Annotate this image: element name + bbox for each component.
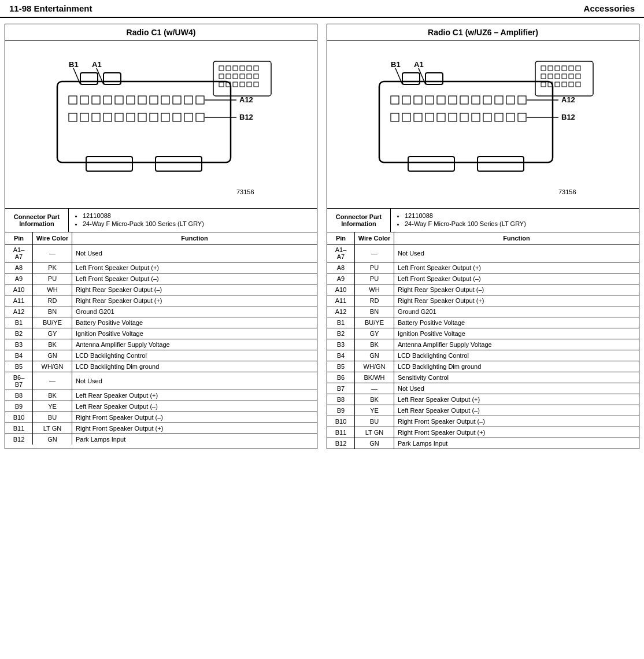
right-section-title: Radio C1 (w/UZ6 – Amplifier) — [327, 24, 639, 41]
svg-rect-61 — [379, 82, 553, 162]
svg-rect-41 — [240, 66, 245, 71]
page-header: 11-98 Entertainment Accessories — [0, 0, 644, 18]
left-table-row: B11 LT GN Right Front Speaker Output (+) — [5, 423, 317, 434]
main-content: Radio C1 (w/UW4) B1 A1 — [0, 18, 644, 455]
right-diagram-area: B1 A1 — [327, 41, 639, 209]
right-cell-wire: — — [355, 245, 394, 262]
right-cell-wire: RD — [355, 295, 394, 306]
left-connector-label: Connector Part Information — [5, 209, 69, 232]
left-table-body: A1– A7 — Not Used A8 PK Left Front Speak… — [5, 245, 317, 445]
svg-rect-64 — [408, 157, 454, 171]
svg-rect-40 — [233, 66, 238, 71]
right-cell-func: LCD Backlighting Control — [394, 350, 639, 361]
svg-rect-13 — [115, 96, 123, 104]
header-left: 11-98 Entertainment — [9, 3, 92, 13]
right-cell-wire: BK — [355, 394, 394, 405]
svg-rect-107 — [541, 82, 546, 87]
left-connector-details: 12110088 24-Way F Micro-Pack 100 Series … — [69, 209, 317, 232]
right-cell-wire: GN — [355, 438, 394, 449]
svg-rect-30 — [173, 113, 181, 121]
right-cell-pin: A11 — [327, 295, 355, 306]
right-table-header: Pin Wire Color Function — [327, 232, 639, 245]
left-cell-pin: B12 — [5, 434, 33, 445]
svg-rect-75 — [495, 96, 503, 104]
svg-rect-76 — [506, 96, 515, 104]
right-cell-func: Left Rear Speaker Output (+) — [394, 394, 639, 405]
svg-rect-100 — [576, 66, 580, 71]
left-table-row: B6– B7 — Not Used — [5, 372, 317, 390]
right-cell-wire: WH/GN — [355, 361, 394, 372]
right-cell-wire: PU — [355, 273, 394, 284]
svg-rect-19 — [184, 96, 193, 104]
left-cell-wire: RD — [33, 295, 72, 306]
svg-rect-9 — [69, 96, 77, 104]
right-cell-pin: B2 — [327, 328, 355, 339]
left-cell-func: LCD Backlighting Control — [72, 350, 317, 361]
svg-rect-104 — [562, 74, 567, 79]
svg-rect-106 — [576, 74, 580, 79]
svg-rect-101 — [541, 74, 546, 79]
svg-rect-73 — [472, 96, 480, 104]
left-table-row: B2 GY Ignition Positive Voltage — [5, 328, 317, 339]
left-cell-func: Not Used — [72, 372, 317, 390]
svg-rect-55 — [254, 82, 258, 87]
right-col-pin-header: Pin — [327, 232, 355, 244]
left-cell-func: Left Rear Speaker Output (+) — [72, 390, 317, 401]
right-table-row: B1 BU/YE Battery Positive Voltage — [327, 317, 639, 328]
left-cell-func: Left Front Speaker Output (+) — [72, 262, 317, 273]
svg-rect-44 — [219, 74, 224, 79]
svg-rect-102 — [548, 74, 553, 79]
svg-text:A12: A12 — [239, 95, 253, 104]
svg-text:73156: 73156 — [236, 188, 254, 195]
right-cell-func: Ignition Positive Voltage — [394, 328, 639, 339]
left-table-header: Pin Wire Color Function — [5, 232, 317, 245]
svg-rect-109 — [555, 82, 560, 87]
svg-rect-86 — [483, 113, 491, 121]
right-cell-wire: BU/YE — [355, 317, 394, 328]
svg-rect-80 — [414, 113, 422, 121]
left-cell-pin: B8 — [5, 390, 33, 401]
right-cell-pin: B10 — [327, 416, 355, 427]
right-cell-func: Not Used — [394, 245, 639, 262]
left-cell-wire: BU — [33, 412, 72, 423]
left-cell-wire: BK — [33, 390, 72, 401]
right-table-row: B8 BK Left Rear Speaker Output (+) — [327, 394, 639, 405]
svg-rect-10 — [80, 96, 88, 104]
svg-text:73156: 73156 — [558, 188, 576, 195]
svg-rect-83 — [449, 113, 457, 121]
svg-text:B1: B1 — [69, 60, 79, 69]
right-table-row: A8 PU Left Front Speaker Output (+) — [327, 262, 639, 273]
svg-text:A1: A1 — [414, 60, 424, 69]
right-cell-pin: B5 — [327, 361, 355, 372]
right-table-body: A1– A7 — Not Used A8 PU Left Front Speak… — [327, 245, 639, 449]
left-cell-pin: A11 — [5, 295, 33, 306]
left-table-row: B12 GN Park Lamps Input — [5, 434, 317, 445]
left-cell-pin: B5 — [5, 361, 33, 372]
svg-text:B12: B12 — [239, 113, 253, 121]
svg-rect-12 — [103, 96, 112, 104]
left-table-row: A10 WH Right Rear Speaker Output (–) — [5, 284, 317, 295]
right-table-row: A12 BN Ground G201 — [327, 306, 639, 317]
left-cell-wire: GN — [33, 434, 72, 445]
svg-rect-32 — [196, 113, 204, 121]
right-cell-wire: GN — [355, 350, 394, 361]
right-cell-pin: B11 — [327, 427, 355, 438]
svg-rect-71 — [449, 96, 457, 104]
svg-rect-50 — [219, 82, 224, 87]
left-cell-pin: B2 — [5, 328, 33, 339]
right-cell-pin: A9 — [327, 273, 355, 284]
svg-rect-22 — [80, 113, 88, 121]
right-connector-details: 12110088 24-Way F Micro-Pack 100 Series … — [391, 209, 639, 232]
left-cell-pin: A12 — [5, 306, 33, 317]
right-table-row: B6 BK/WH Sensitivity Control — [327, 372, 639, 383]
svg-rect-99 — [569, 66, 573, 71]
svg-rect-8 — [156, 157, 202, 171]
right-table-row: B7 — Not Used — [327, 383, 639, 394]
svg-rect-6 — [103, 73, 121, 84]
left-cell-func: Right Front Speaker Output (+) — [72, 423, 317, 434]
svg-rect-111 — [569, 82, 573, 87]
left-cell-wire: — — [33, 372, 72, 390]
right-table-row: B4 GN LCD Backlighting Control — [327, 350, 639, 361]
right-cell-func: Not Used — [394, 383, 639, 394]
right-cell-pin: B3 — [327, 339, 355, 350]
